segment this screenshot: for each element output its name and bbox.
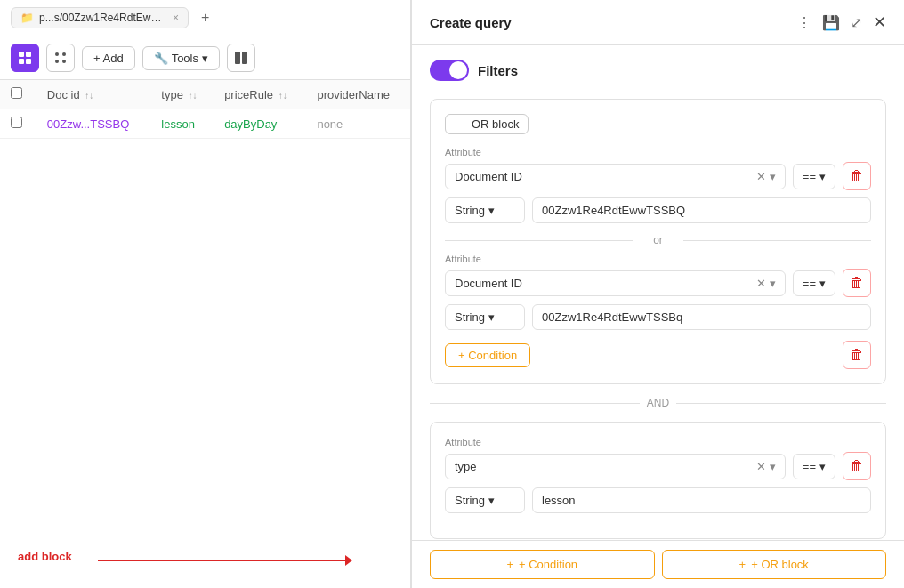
- attr-icons-2: ✕ ▾: [756, 277, 776, 290]
- clear-icon-2[interactable]: ✕: [756, 277, 766, 290]
- value-input-2[interactable]: [532, 304, 871, 330]
- svg-rect-2: [19, 59, 24, 64]
- tab-add-button[interactable]: +: [196, 8, 214, 28]
- operator-select-2[interactable]: == ▾: [793, 270, 835, 296]
- delete-or-block[interactable]: 🗑: [843, 341, 871, 369]
- and-block: Attribute type ✕ ▾ == ▾ 🗑 String: [430, 422, 886, 539]
- col-type: type ↑↓: [150, 80, 214, 109]
- delete-condition-2[interactable]: 🗑: [843, 269, 871, 297]
- svg-point-5: [62, 52, 66, 56]
- col-provider-name: providerName: [306, 80, 410, 109]
- chevron-down-icon-op1: ▾: [819, 170, 826, 183]
- attribute-select-1[interactable]: Document ID ✕ ▾: [445, 164, 786, 189]
- operator-select-1[interactable]: == ▾: [793, 164, 835, 189]
- delete-condition-1[interactable]: 🗑: [843, 162, 871, 190]
- and-value-input[interactable]: [532, 487, 871, 513]
- expand-icon[interactable]: ⤢: [851, 14, 862, 31]
- and-operator-value: ==: [803, 460, 816, 473]
- footer-condition-label: + Condition: [519, 558, 577, 571]
- and-divider: AND: [430, 397, 886, 409]
- delete-and-condition[interactable]: 🗑: [843, 452, 871, 480]
- row-checkbox[interactable]: [11, 117, 22, 128]
- and-operator-select[interactable]: == ▾: [793, 454, 835, 479]
- and-chevron-icon: ▾: [770, 460, 776, 473]
- footer-condition-button[interactable]: + + Condition: [430, 550, 655, 579]
- or-block-badge[interactable]: — OR block: [445, 114, 529, 134]
- or-block-label: OR block: [472, 117, 519, 131]
- svg-point-6: [55, 60, 59, 63]
- attr-icons-1: ✕ ▾: [756, 170, 776, 183]
- attribute-select-2[interactable]: Document ID ✕ ▾: [445, 270, 786, 296]
- footer-or-label: + OR block: [751, 558, 809, 571]
- filters-toggle[interactable]: [430, 60, 469, 81]
- layout-button[interactable]: [227, 44, 255, 72]
- type-select-2[interactable]: String ▾: [445, 304, 525, 330]
- tools-button[interactable]: 🔧 Tools ▾: [142, 46, 220, 70]
- plus-icon-or: +: [739, 558, 747, 571]
- footer-or-block-button[interactable]: + + OR block: [662, 550, 887, 579]
- value-row-2: String ▾: [445, 304, 871, 330]
- list-view-button[interactable]: [46, 44, 75, 72]
- panel-body: Filters — OR block Attribute Document ID…: [412, 45, 904, 540]
- svg-rect-3: [26, 59, 31, 64]
- condition-row-1: Document ID ✕ ▾ == ▾ 🗑: [445, 162, 871, 190]
- and-value-row: String ▾: [445, 487, 871, 513]
- save-icon[interactable]: 💾: [822, 14, 840, 31]
- type-value-2: String: [455, 310, 485, 324]
- condition-row-2: Document ID ✕ ▾ == ▾ 🗑: [445, 269, 871, 297]
- and-attribute-label: Attribute: [445, 437, 871, 447]
- and-attribute-select[interactable]: type ✕ ▾: [445, 454, 786, 479]
- grid-view-button[interactable]: [11, 44, 39, 72]
- and-type-select[interactable]: String ▾: [445, 487, 525, 513]
- and-attr-value: type: [455, 460, 477, 473]
- add-condition-button[interactable]: + Condition: [445, 343, 530, 367]
- doc-id-link[interactable]: 00Zzw...TSSBQ: [47, 117, 129, 131]
- svg-rect-9: [242, 52, 247, 64]
- value-input-1[interactable]: [532, 197, 871, 223]
- type-cell: lesson: [150, 109, 214, 139]
- minus-icon: —: [455, 117, 466, 131]
- attribute-label-2: Attribute: [445, 254, 871, 264]
- and-clear-icon[interactable]: ✕: [756, 460, 766, 473]
- add-button[interactable]: + Add: [82, 46, 135, 70]
- svg-point-7: [62, 60, 66, 63]
- type-select-1[interactable]: String ▾: [445, 197, 525, 223]
- sort-icon: ↑↓: [189, 91, 198, 101]
- data-table: Doc id ↑↓ type ↑↓ priceRule ↑↓ providerN…: [0, 80, 410, 588]
- panel-footer: + + Condition + + OR block: [412, 540, 904, 588]
- chevron-down-icon-t1: ▾: [488, 204, 495, 217]
- svg-rect-1: [26, 52, 31, 57]
- and-chevron-type-icon: ▾: [488, 494, 495, 507]
- and-chevron-op-icon: ▾: [819, 460, 826, 473]
- chevron-down-icon-1: ▾: [770, 170, 776, 183]
- left-panel: 📁 p...s/00Zzw1Re4RdtEwwTSS... × + + Add: [0, 0, 411, 588]
- attr-value-2: Document ID: [455, 277, 522, 290]
- chevron-down-icon-2: ▾: [770, 277, 776, 290]
- close-icon[interactable]: ✕: [873, 12, 886, 32]
- chevron-down-icon: ▾: [202, 52, 208, 65]
- svg-point-4: [55, 52, 59, 56]
- panel-title: Create query: [430, 15, 512, 30]
- or-block-footer: + Condition 🗑: [445, 341, 871, 369]
- attribute-label-1: Attribute: [445, 147, 871, 157]
- col-price-rule: priceRule ↑↓: [214, 80, 306, 109]
- provider-cell: none: [306, 109, 410, 139]
- type-value-1: String: [455, 204, 485, 217]
- tab-item[interactable]: 📁 p...s/00Zzw1Re4RdtEwwTSS... ×: [11, 7, 189, 28]
- tab-close-icon[interactable]: ×: [173, 12, 179, 24]
- plus-icon: +: [506, 558, 513, 571]
- arrow-indicator: [98, 560, 347, 561]
- add-block-label: add block: [18, 550, 72, 563]
- and-type-value: String: [455, 494, 485, 507]
- and-attr-icons: ✕ ▾: [756, 460, 776, 473]
- tab-bar: 📁 p...s/00Zzw1Re4RdtEwwTSS... × +: [0, 0, 410, 36]
- attr-value-1: Document ID: [455, 170, 522, 183]
- panel-icons: ⋮ 💾 ⤢ ✕: [797, 12, 886, 32]
- chevron-down-icon-t2: ▾: [488, 310, 495, 324]
- select-all-checkbox[interactable]: [11, 87, 22, 99]
- table-row: 00Zzw...TSSBQ lesson dayByDay none: [0, 109, 410, 139]
- more-options-icon[interactable]: ⋮: [797, 14, 811, 31]
- clear-icon-1[interactable]: ✕: [756, 170, 766, 183]
- filters-label: Filters: [478, 63, 518, 78]
- toolbar: + Add 🔧 Tools ▾: [0, 36, 410, 80]
